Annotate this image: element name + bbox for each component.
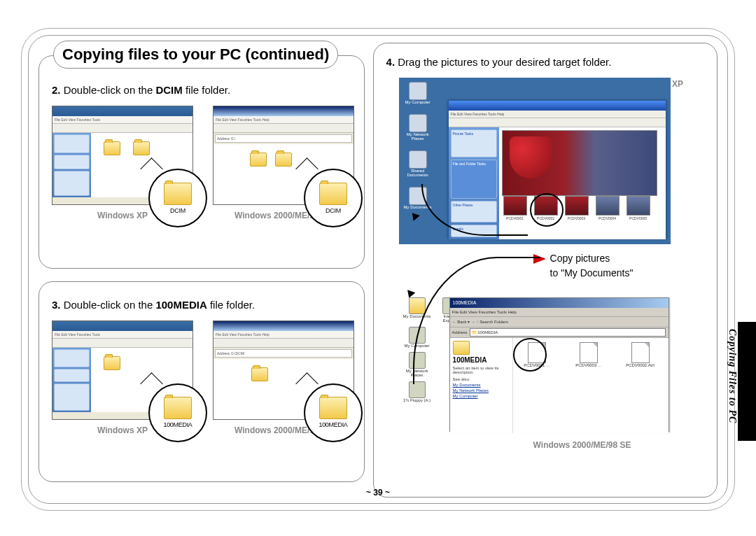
w2k-content: PCDV0001 ... PCDV0003 ... PCDV0002.AVI (513, 338, 668, 433)
arrowhead-icon (409, 210, 420, 220)
step-4-panel: 4. Drag the pictures to your desired tar… (373, 43, 718, 498)
folder-icon (319, 397, 347, 419)
step-2-text: 2. Double-click on the DCIM file folder. (52, 84, 351, 96)
step-2-xp-column: File Edit View Favorites Tools (52, 106, 193, 220)
w2k-sidepane: 100MEDIA Select an item to view its desc… (450, 338, 513, 433)
folder-icon (319, 183, 347, 205)
desktop-icon-my-documents: My Documents (402, 297, 433, 323)
step-3-post: file folder. (207, 299, 255, 311)
w2k-addressbar: Address 📁 100MEDIA (450, 327, 668, 338)
copy-instruction: Copy pictures to "My Documents" (533, 251, 704, 281)
xp-area: Windows XP My Computer My Network Places… (386, 78, 704, 244)
selection-circle-icon (513, 338, 547, 372)
step-2-panel: Copying files to your PC (continued) 2. … (38, 55, 365, 269)
section-title: Copying files to your PC (continued) (53, 41, 338, 69)
folder-icon (164, 183, 192, 205)
desktop-icon-network-places: My Network Places (403, 114, 433, 141)
step-2-w2k-column: File Edit View Favorites Tools Help Addr… (213, 106, 354, 220)
desktop-icon-network-places: My Network Places (402, 352, 433, 377)
side-tab-label: Copying Files to PC (727, 329, 738, 423)
callout-label: 100MEDIA (163, 421, 192, 428)
drag-arrow-curve-icon (421, 184, 528, 236)
sidepane-desc: Select an item to view its description. (453, 366, 510, 374)
w2k-desktop-screenshot: My Documents Internet Explorer My Comput… (399, 295, 671, 435)
desktop-icon-my-computer: My Computer (403, 82, 433, 104)
page-content: Copying files to your PC (continued) 2. … (28, 35, 728, 504)
step-3-text: 3. Double-click on the 100MEDIA file fol… (52, 299, 351, 311)
sidepane-seealso: See also: (453, 377, 510, 381)
copy-line-1: Copy pictures (550, 253, 610, 264)
w2k-toolbar: ← Back ▾ → ↑ Search Folders (450, 317, 668, 327)
file-pcdv0002-avi: PCDV0002.AVI (621, 342, 660, 367)
step-3-number: 3. (52, 299, 61, 311)
step-3-w2k-column: File Edit View Favorites Tools Help Addr… (213, 320, 354, 435)
step-4-text: 4. Drag the pictures to your desired tar… (386, 56, 704, 68)
step-4-number: 4. (386, 56, 396, 68)
xp-desktop-screenshot: My Computer My Network Places Shared Doc… (399, 78, 671, 244)
100media-callout-xp: 100MEDIA (148, 383, 207, 442)
file-pcdv0003: PCDV0003 ... (569, 342, 608, 367)
two-column-layout: Copying files to your PC (continued) 2. … (29, 36, 727, 503)
sidepane-link: My Network Places (453, 388, 510, 393)
folder-icon (164, 397, 192, 419)
os-label-w2k-right: Windows 2000/ME/98 SE (533, 440, 704, 450)
step-2-post: file folder. (183, 84, 230, 96)
w2k-area: My Documents Internet Explorer My Comput… (386, 295, 704, 450)
red-arrow-icon (533, 254, 546, 264)
step-3-xp-column: File Edit View Favorites Tools (52, 320, 193, 435)
step-3-bold: 100MEDIA (155, 299, 206, 311)
desktop-icon-floppy: 1½ Floppy (A:) (402, 381, 433, 402)
sidepane-link: My Computer (453, 394, 510, 398)
dcim-callout-w2k: DCIM (304, 169, 363, 227)
step-2-screenshot-row: File Edit View Favorites Tools (52, 106, 351, 220)
w2k-menubar: File Edit View Favorites Tools Help (450, 308, 668, 317)
os-label-xp: Windows XP (97, 425, 148, 435)
side-tab-black (738, 322, 756, 441)
callout-label: 100MEDIA (318, 421, 347, 428)
desktop-icon-shared-documents: Shared Documents (403, 150, 433, 177)
address-label: Address (452, 327, 468, 337)
step-3-pre: Double-click on the (64, 299, 156, 311)
callout-label: DCIM (170, 207, 186, 214)
address-field: 📁 100MEDIA (470, 328, 666, 337)
page-number: ~ 39 ~ (29, 488, 727, 498)
step-3-screenshot-row: File Edit View Favorites Tools (52, 320, 351, 435)
desktop-icon-my-computer: My Computer (402, 327, 433, 348)
selection-circle-icon (530, 193, 564, 227)
step-2-pre: Double-click on the (64, 84, 156, 96)
sidepane-title: 100MEDIA (453, 356, 510, 364)
callout-label: DCIM (326, 207, 341, 214)
step-2-bold: DCIM (155, 84, 182, 96)
step-4-body: Drag the pictures to your desired target… (398, 56, 611, 68)
dcim-callout-xp: DCIM (148, 169, 207, 227)
step-2-number: 2. (52, 84, 61, 96)
100media-callout-w2k: 100MEDIA (304, 383, 363, 442)
right-column: 4. Drag the pictures to your desired tar… (365, 43, 718, 482)
w2k-window-title: 100MEDIA (450, 298, 668, 308)
sidepane-link: My Documents (453, 383, 510, 387)
left-column: Copying files to your PC (continued) 2. … (38, 43, 365, 482)
os-label-xp: Windows XP (97, 211, 148, 220)
w2k-explorer-window: 100MEDIA File Edit View Favorites Tools … (449, 297, 669, 432)
step-3-panel: 3. Double-click on the 100MEDIA file fol… (38, 281, 365, 482)
copy-line-2: to "My Documents" (550, 267, 634, 278)
